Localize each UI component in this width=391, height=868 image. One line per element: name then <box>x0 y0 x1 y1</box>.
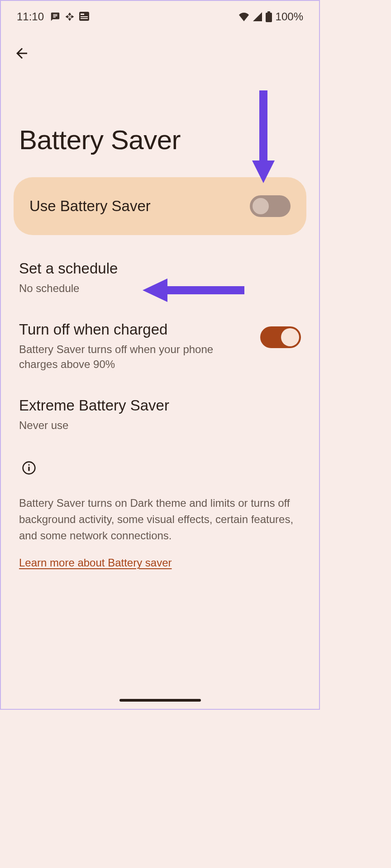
status-time: 11:10 <box>17 10 44 23</box>
use-battery-saver-row[interactable]: Use Battery Saver <box>14 177 306 235</box>
back-button[interactable] <box>1 27 319 63</box>
turn-off-charged-subtitle: Battery Saver turns off when your phone … <box>19 342 236 372</box>
set-schedule-subtitle: No schedule <box>19 281 236 296</box>
status-bar-left: 11:10 <box>17 10 89 23</box>
extreme-subtitle: Never use <box>19 418 236 433</box>
extreme-title: Extreme Battery Saver <box>19 397 301 414</box>
svg-rect-4 <box>266 13 272 22</box>
set-schedule-title: Set a schedule <box>19 260 301 277</box>
battery-icon <box>266 11 272 22</box>
status-bar: 11:10 100% <box>1 1 319 27</box>
svg-rect-1 <box>81 14 84 15</box>
info-section: Battery Saver turns on Dark theme and li… <box>1 433 319 569</box>
learn-more-link[interactable]: Learn more about Battery saver <box>19 557 172 569</box>
svg-rect-3 <box>81 18 88 19</box>
info-description: Battery Saver turns on Dark theme and li… <box>19 495 301 544</box>
turn-off-charged-title: Turn off when charged <box>19 321 260 338</box>
svg-rect-5 <box>267 11 270 13</box>
settings-list: Set a schedule No schedule Turn off when… <box>1 235 319 433</box>
set-schedule-row[interactable]: Set a schedule No schedule <box>19 235 301 296</box>
status-bar-right: 100% <box>238 10 303 23</box>
cellular-icon <box>253 12 262 21</box>
turn-off-charged-toggle[interactable] <box>260 326 301 348</box>
navigation-handle[interactable] <box>119 699 201 702</box>
info-icon-wrap <box>19 461 301 477</box>
use-battery-saver-toggle[interactable] <box>250 195 291 217</box>
turn-off-charged-row[interactable]: Turn off when charged Battery Saver turn… <box>19 296 301 372</box>
photos-icon <box>65 12 75 22</box>
message-icon <box>50 12 60 22</box>
svg-rect-2 <box>81 16 88 17</box>
battery-percentage: 100% <box>276 10 303 23</box>
svg-point-8 <box>28 464 29 466</box>
status-notification-icons <box>50 12 89 22</box>
arrow-back-icon <box>14 45 30 61</box>
page-title: Battery Saver <box>1 63 319 156</box>
info-icon <box>22 461 36 475</box>
extreme-battery-saver-row[interactable]: Extreme Battery Saver Never use <box>19 372 301 433</box>
news-icon <box>79 12 89 21</box>
use-battery-saver-label: Use Battery Saver <box>29 198 151 215</box>
wifi-icon <box>238 12 249 21</box>
